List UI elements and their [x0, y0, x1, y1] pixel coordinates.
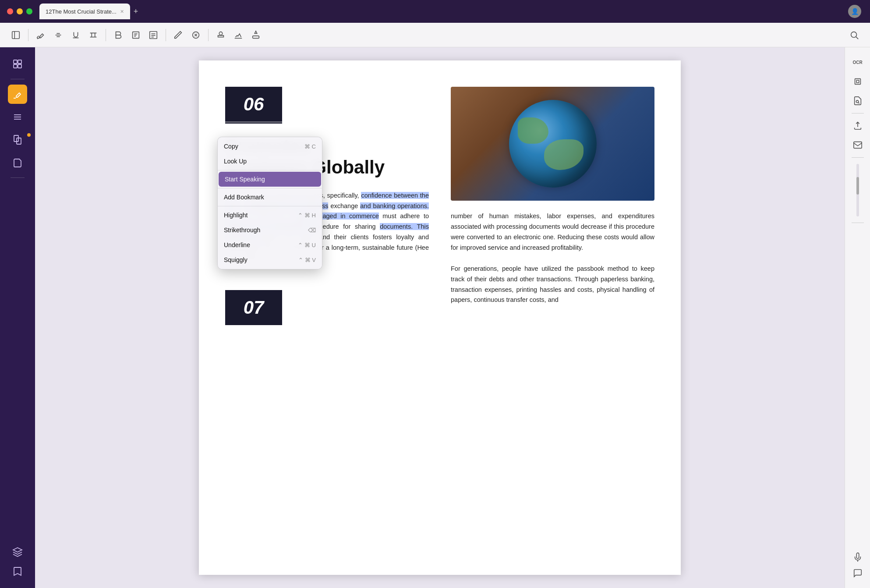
active-tab[interactable]: 12The Most Crucial Strate... ✕: [39, 4, 130, 19]
sidebar-list-icon[interactable]: [8, 107, 27, 127]
minimize-button[interactable]: [17, 8, 23, 14]
document-search-icon[interactable]: [850, 93, 866, 109]
sidebar-thumbnail-icon[interactable]: [8, 54, 27, 74]
menu-item-copy[interactable]: Copy ⌘ C: [218, 139, 322, 154]
section-07-wrapper: 07: [225, 290, 429, 325]
text-box-icon[interactable]: [129, 28, 143, 42]
list-icon[interactable]: [146, 28, 160, 42]
svg-rect-18: [18, 60, 21, 64]
left-sidebar: [0, 47, 35, 588]
shape-icon[interactable]: [189, 28, 203, 42]
menu-separator-2: [218, 188, 322, 188]
menu-underline-label: Underline: [224, 241, 250, 248]
svg-point-15: [851, 32, 857, 37]
section-number-box: 06: [225, 87, 282, 122]
menu-highlight-label: Highlight: [224, 212, 248, 219]
globe-image: [451, 87, 654, 201]
right-body-text-2: For generations, people have utilized th…: [451, 264, 654, 306]
pen-icon[interactable]: [171, 28, 185, 42]
toolbar-divider-4: [208, 29, 209, 41]
sidebar-layers-icon[interactable]: [8, 542, 27, 562]
stamp-icon[interactable]: [214, 28, 228, 42]
comment-icon[interactable]: [850, 565, 866, 581]
right-sidebar-divider-3: [852, 223, 864, 223]
underline-icon[interactable]: [69, 28, 83, 42]
body-text-mid2: exchange: [328, 202, 360, 209]
svg-rect-17: [14, 60, 17, 64]
svg-point-28: [856, 100, 859, 103]
strikethrough-icon[interactable]: [51, 28, 65, 42]
svg-rect-19: [14, 64, 17, 68]
toolbar: [0, 23, 870, 47]
color-icon[interactable]: [249, 28, 263, 42]
export-icon[interactable]: [850, 118, 866, 134]
scrollbar-track[interactable]: [856, 164, 859, 216]
new-tab-button[interactable]: +: [134, 7, 138, 16]
right-text-passbook: For generations, people have utilized th…: [451, 265, 654, 304]
menu-separator-3: [218, 206, 322, 206]
signature-icon[interactable]: [231, 28, 245, 42]
book-icon[interactable]: [9, 28, 23, 42]
traffic-lights: [7, 8, 32, 14]
sidebar-divider-1: [11, 79, 25, 79]
scrollbar-thumb[interactable]: [856, 177, 859, 195]
menu-item-highlight[interactable]: Highlight ⌃ ⌘ H: [218, 208, 322, 223]
menu-item-squiggly[interactable]: Squiggly ⌃ ⌘ V: [218, 252, 322, 267]
context-menu: Copy ⌘ C Look Up Start Speaking Add Book…: [217, 137, 322, 269]
sidebar-highlight-icon[interactable]: [8, 85, 27, 104]
right-sidebar: OCR: [845, 47, 870, 588]
right-sidebar-bottom: [850, 549, 866, 581]
svg-rect-25: [14, 135, 18, 142]
sidebar-page-icon[interactable]: [8, 130, 27, 149]
svg-line-16: [856, 37, 858, 39]
right-text-intro: number of human mistakes, labor expenses…: [451, 213, 654, 251]
svg-rect-26: [17, 138, 21, 144]
fullscreen-button[interactable]: [26, 8, 32, 14]
sidebar-bookmark-icon[interactable]: [8, 562, 27, 581]
audio-icon[interactable]: [850, 549, 866, 565]
mail-icon[interactable]: [850, 137, 866, 153]
search-icon[interactable]: [847, 28, 861, 42]
menu-separator-1: [218, 170, 322, 170]
close-button[interactable]: [7, 8, 13, 14]
menu-item-strikethrough[interactable]: Strikethrough ⌫: [218, 223, 322, 237]
globe-visual: [509, 100, 597, 188]
svg-rect-20: [18, 64, 21, 68]
menu-lookup-label: Look Up: [224, 158, 247, 165]
menu-strikethrough-label: Strikethrough: [224, 227, 260, 234]
menu-item-start-speaking[interactable]: Start Speaking: [219, 172, 321, 187]
toolbar-divider-2: [106, 29, 106, 41]
svg-point-12: [219, 32, 222, 35]
highlight-pen-icon[interactable]: [34, 28, 48, 42]
menu-copy-label: Copy: [224, 143, 238, 150]
svg-line-29: [858, 103, 859, 103]
right-body-text-1: number of human mistakes, labor expenses…: [451, 211, 654, 253]
right-column: number of human mistakes, labor expenses…: [451, 87, 654, 549]
ocr-icon[interactable]: OCR: [850, 54, 866, 70]
tab-close-button[interactable]: ✕: [120, 9, 124, 14]
menu-squiggly-label: Squiggly: [224, 256, 248, 263]
menu-item-lookup[interactable]: Look Up: [218, 154, 322, 169]
toolbar-divider-1: [28, 29, 28, 41]
menu-highlight-shortcut: ⌃ ⌘ H: [298, 212, 316, 219]
avatar[interactable]: 👤: [848, 5, 861, 18]
svg-rect-0: [12, 31, 20, 39]
menu-item-underline[interactable]: Underline ⌃ ⌘ U: [218, 237, 322, 252]
section-07-number: 07: [244, 297, 264, 318]
tab-bar: 12The Most Crucial Strate... ✕ +: [39, 0, 138, 23]
body-text-mid5: cedure for sharing: [319, 223, 380, 230]
sidebar-copy-icon[interactable]: [8, 153, 27, 172]
svg-rect-11: [218, 35, 224, 37]
scan-icon[interactable]: [850, 74, 866, 89]
sidebar-bottom: [8, 542, 27, 581]
text-strikethrough-icon[interactable]: [86, 28, 100, 42]
menu-bookmark-label: Add Bookmark: [224, 194, 264, 201]
text-bold-icon[interactable]: [111, 28, 125, 42]
title-bar: 12The Most Crucial Strate... ✕ + 👤: [0, 0, 870, 23]
svg-rect-27: [855, 79, 860, 85]
sidebar-divider-2: [11, 177, 25, 178]
toolbar-right: [847, 28, 861, 42]
menu-item-bookmark[interactable]: Add Bookmark: [218, 190, 322, 205]
active-indicator: [27, 133, 31, 137]
section-07-box: 07: [225, 290, 282, 325]
